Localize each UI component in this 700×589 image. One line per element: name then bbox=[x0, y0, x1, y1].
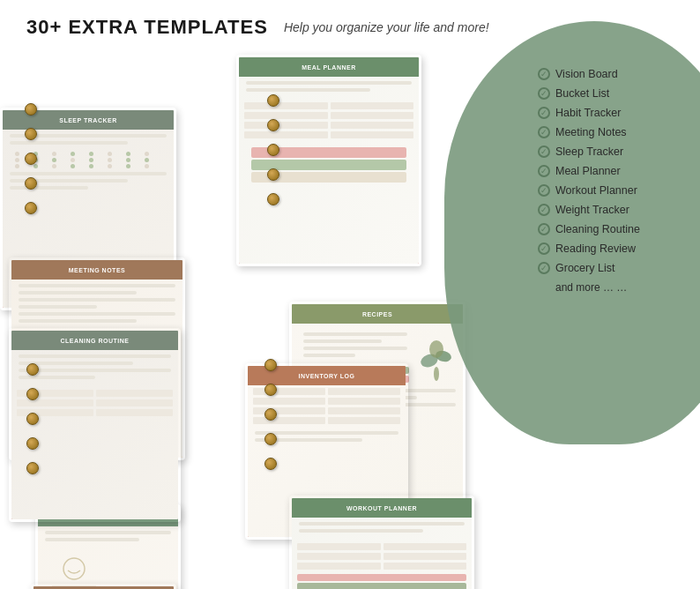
list-item: ✓ Meal Planner bbox=[538, 165, 700, 177]
ring bbox=[26, 413, 39, 425]
ring bbox=[26, 437, 39, 450]
check-icon: ✓ bbox=[538, 204, 550, 216]
page-container: 30+ EXTRA TEMPLATES Help you organize yo… bbox=[0, 0, 700, 568]
ring bbox=[264, 433, 277, 445]
bottom-planners-row: CLEANING ROUTINE bbox=[0, 312, 529, 568]
list-item: ✓ Vision Board bbox=[538, 68, 700, 80]
list-item: ✓ Weight Tracker bbox=[538, 204, 700, 216]
ring bbox=[25, 177, 37, 190]
ring bbox=[264, 458, 277, 470]
list-item: ✓ Grocery List bbox=[538, 262, 700, 274]
top-left-stack: SLEEP TRACKER bbox=[9, 55, 203, 310]
list-item: ✓ Bucket List bbox=[538, 87, 700, 100]
main-content: SLEEP TRACKER bbox=[0, 48, 700, 568]
check-icon: ✓ bbox=[538, 68, 550, 80]
list-item: ✓ Meeting Notes bbox=[538, 126, 700, 138]
and-more-text: and more … … bbox=[529, 281, 700, 294]
check-icon: ✓ bbox=[538, 145, 550, 158]
ring bbox=[267, 168, 279, 181]
workout-planner-card: WORKOUT PLANNER bbox=[289, 496, 474, 589]
check-icon: ✓ bbox=[538, 223, 550, 235]
bottom-left-stack: CLEANING ROUTINE bbox=[9, 319, 203, 566]
meal-planner-header: MEAL PLANNER bbox=[239, 57, 419, 77]
list-item: ✓ Reading Review bbox=[538, 242, 700, 255]
check-icon: ✓ bbox=[538, 242, 550, 255]
list-item: ✓ Cleaning Routine bbox=[538, 223, 700, 235]
check-icon: ✓ bbox=[538, 184, 550, 197]
ring bbox=[26, 462, 39, 474]
reading-review-card: READING REVIEW bbox=[31, 584, 176, 589]
ring bbox=[26, 388, 39, 400]
right-panel: ✓ Vision Board ✓ Bucket List ✓ Habit Tra… bbox=[529, 48, 700, 568]
bottom-right-stack: INVENTORY LOG bbox=[219, 319, 501, 566]
list-item: ✓ Habit Tracker bbox=[538, 107, 700, 119]
check-icon: ✓ bbox=[538, 165, 550, 177]
workout-planner-header: WORKOUT PLANNER bbox=[292, 498, 472, 518]
ring bbox=[267, 119, 279, 131]
page-title: 30+ EXTRA TEMPLATES bbox=[26, 16, 268, 39]
ring bbox=[25, 202, 37, 214]
ring bbox=[264, 408, 277, 421]
ring bbox=[25, 128, 37, 140]
ring bbox=[25, 103, 37, 116]
meeting-notes-header: MEETING NOTES bbox=[11, 260, 182, 280]
ring bbox=[264, 359, 277, 371]
ring bbox=[267, 144, 279, 156]
check-icon: ✓ bbox=[538, 126, 550, 138]
page-subtitle: Help you organize your life and more! bbox=[284, 20, 489, 34]
checklist-wrapper: ✓ Vision Board ✓ Bucket List ✓ Habit Tra… bbox=[529, 48, 700, 294]
check-icon: ✓ bbox=[538, 262, 550, 274]
check-icon: ✓ bbox=[538, 107, 550, 119]
ring bbox=[25, 153, 37, 165]
ring bbox=[267, 94, 279, 107]
list-item: ✓ Workout Planner bbox=[538, 184, 700, 197]
list-item: ✓ Sleep Tracker bbox=[538, 145, 700, 158]
check-icon: ✓ bbox=[538, 87, 550, 100]
ring bbox=[26, 363, 39, 376]
meal-planner-card: MEAL PLANNER bbox=[236, 55, 421, 266]
ring bbox=[267, 193, 279, 205]
ring bbox=[264, 384, 277, 396]
features-checklist: ✓ Vision Board ✓ Bucket List ✓ Habit Tra… bbox=[529, 61, 700, 274]
cleaning-routine-header: CLEANING ROUTINE bbox=[11, 331, 178, 350]
